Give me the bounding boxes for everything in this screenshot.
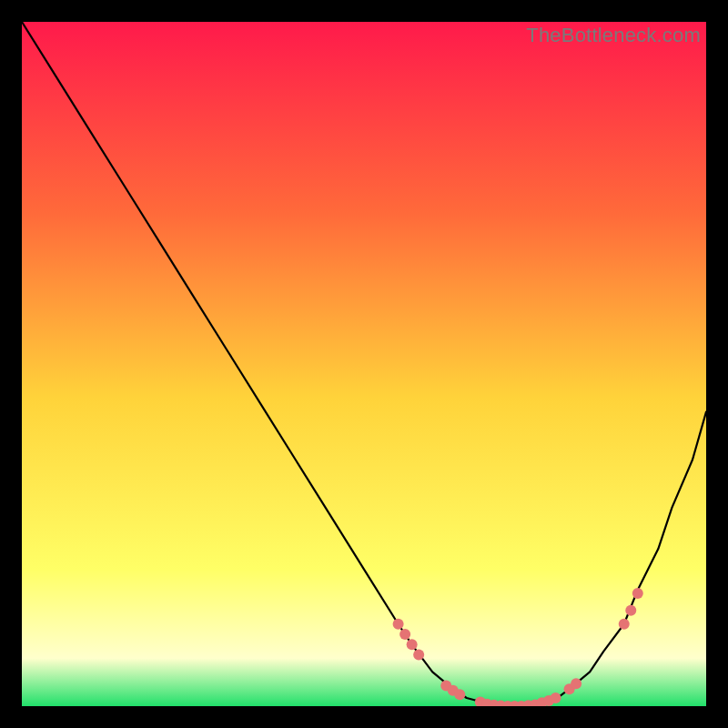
data-marker (407, 639, 418, 650)
data-marker (632, 588, 643, 599)
chart-frame: TheBottleneck.com (22, 22, 706, 706)
data-marker (393, 619, 404, 630)
gradient-background (22, 22, 706, 706)
data-marker (399, 629, 410, 640)
data-marker (571, 678, 581, 689)
data-marker (551, 693, 561, 703)
watermark-text: TheBottleneck.com (526, 24, 701, 47)
data-marker (413, 650, 424, 661)
data-marker (454, 689, 465, 700)
bottleneck-chart (22, 22, 706, 706)
data-marker (619, 619, 630, 630)
data-marker (625, 605, 636, 616)
